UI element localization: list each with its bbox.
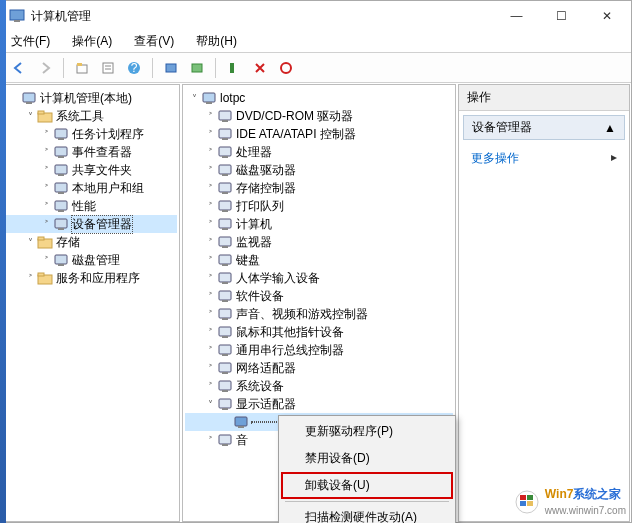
device-category[interactable]: ˃鼠标和其他指针设备 xyxy=(185,323,453,341)
device-category[interactable]: ˃通用串行总线控制器 xyxy=(185,341,453,359)
expand-icon[interactable]: ˃ xyxy=(39,129,53,140)
expand-icon[interactable]: ˅ xyxy=(203,399,217,410)
expand-icon[interactable]: ˃ xyxy=(203,129,217,140)
device-category[interactable]: ˃打印队列 xyxy=(185,197,453,215)
disable-button[interactable] xyxy=(248,56,272,80)
device-category[interactable]: ˃计算机 xyxy=(185,215,453,233)
svg-rect-0 xyxy=(10,10,24,20)
device-icon xyxy=(217,252,233,268)
device-category[interactable]: ˃监视器 xyxy=(185,233,453,251)
expand-icon[interactable]: ˃ xyxy=(203,237,217,248)
svg-rect-62 xyxy=(222,336,228,338)
device-category[interactable]: ˃人体学输入设备 xyxy=(185,269,453,287)
expand-icon[interactable]: ˃ xyxy=(203,327,217,338)
close-button[interactable]: ✕ xyxy=(584,2,629,30)
expand-icon[interactable]: ˃ xyxy=(39,219,53,230)
expand-icon[interactable]: ˃ xyxy=(203,147,217,158)
device-category[interactable]: ˃网络适配器 xyxy=(185,359,453,377)
expand-icon[interactable]: ˃ xyxy=(203,255,217,266)
expand-icon[interactable]: ˃ xyxy=(23,273,37,284)
device-category[interactable]: ˃DVD/CD-ROM 驱动器 xyxy=(185,107,453,125)
tree-item[interactable]: ˃本地用户和组 xyxy=(5,179,177,197)
svg-rect-35 xyxy=(203,93,215,102)
expand-icon[interactable]: ˃ xyxy=(203,435,217,446)
expand-icon[interactable]: ˃ xyxy=(203,165,217,176)
device-icon xyxy=(217,108,233,124)
properties-button[interactable] xyxy=(96,56,120,80)
actions-accordion[interactable]: 设备管理器 ▲ xyxy=(463,115,625,140)
device-category[interactable]: ˃磁盘驱动器 xyxy=(185,161,453,179)
svg-rect-24 xyxy=(58,192,64,194)
device-category[interactable]: ˃IDE ATA/ATAPI 控制器 xyxy=(185,125,453,143)
expand-icon[interactable]: ˃ xyxy=(39,183,53,194)
expand-icon[interactable]: ˃ xyxy=(203,309,217,320)
scan-button[interactable] xyxy=(159,56,183,80)
svg-rect-53 xyxy=(219,255,231,264)
tree-group[interactable]: ˅系统工具 xyxy=(5,107,177,125)
device-category[interactable]: ˃处理器 xyxy=(185,143,453,161)
svg-rect-27 xyxy=(55,219,67,228)
svg-rect-14 xyxy=(26,102,32,104)
context-menu-item[interactable]: 扫描检测硬件改动(A) xyxy=(281,504,453,523)
expand-icon[interactable]: ˃ xyxy=(39,201,53,212)
left-tree[interactable]: 计算机管理(本地)˅系统工具˃任务计划程序˃事件查看器˃共享文件夹˃本地用户和组… xyxy=(3,85,179,291)
menu-view[interactable]: 查看(V) xyxy=(130,31,178,52)
expand-icon[interactable]: ˃ xyxy=(39,147,53,158)
expand-icon[interactable]: ˃ xyxy=(203,345,217,356)
device-root[interactable]: ˅lotpc xyxy=(185,89,453,107)
menu-action[interactable]: 操作(A) xyxy=(68,31,116,52)
more-actions-link[interactable]: 更多操作 ▸ xyxy=(459,144,629,173)
expand-icon[interactable]: ˅ xyxy=(23,111,37,122)
expand-icon[interactable]: ˃ xyxy=(39,165,53,176)
expand-icon[interactable]: ˃ xyxy=(203,291,217,302)
device-category[interactable]: ˃键盘 xyxy=(185,251,453,269)
device-category[interactable]: ˃软件设备 xyxy=(185,287,453,305)
svg-rect-64 xyxy=(222,354,228,356)
expand-icon[interactable]: ˃ xyxy=(203,219,217,230)
tree-item[interactable]: ˃磁盘管理 xyxy=(5,251,177,269)
expand-icon[interactable]: ˅ xyxy=(187,93,201,104)
device-tree[interactable]: ˅lotpc˃DVD/CD-ROM 驱动器˃IDE ATA/ATAPI 控制器˃… xyxy=(183,85,455,453)
maximize-button[interactable]: ☐ xyxy=(539,2,584,30)
context-menu-item[interactable]: 卸载设备(U) xyxy=(281,472,453,499)
tree-root[interactable]: 计算机管理(本地) xyxy=(5,89,177,107)
menu-file[interactable]: 文件(F) xyxy=(7,31,54,52)
refresh-button[interactable] xyxy=(185,56,209,80)
expand-icon[interactable]: ˃ xyxy=(203,111,217,122)
svg-rect-49 xyxy=(219,219,231,228)
expand-icon[interactable]: ˃ xyxy=(39,255,53,266)
expand-icon[interactable]: ˅ xyxy=(23,237,37,248)
device-category[interactable]: ˅显示适配器 xyxy=(185,395,453,413)
device-category[interactable]: ˃存储控制器 xyxy=(185,179,453,197)
enable-button[interactable] xyxy=(222,56,246,80)
tree-item[interactable]: ˃事件查看器 xyxy=(5,143,177,161)
svg-rect-67 xyxy=(219,381,231,390)
expand-icon[interactable]: ˃ xyxy=(203,183,217,194)
minimize-button[interactable]: — xyxy=(494,2,539,30)
expand-icon[interactable]: ˃ xyxy=(203,201,217,212)
tree-item[interactable]: ˃任务计划程序 xyxy=(5,125,177,143)
device-category[interactable]: ˃系统设备 xyxy=(185,377,453,395)
tree-item[interactable]: ˃性能 xyxy=(5,197,177,215)
help-button[interactable]: ? xyxy=(122,56,146,80)
svg-rect-45 xyxy=(219,183,231,192)
device-icon xyxy=(217,216,233,232)
device-category[interactable]: ˃声音、视频和游戏控制器 xyxy=(185,305,453,323)
up-button[interactable] xyxy=(70,56,94,80)
expand-icon[interactable]: ˃ xyxy=(203,381,217,392)
tree-group[interactable]: ˃服务和应用程序 xyxy=(5,269,177,287)
expand-icon[interactable]: ˃ xyxy=(203,273,217,284)
titlebar[interactable]: 计算机管理 — ☐ ✕ xyxy=(1,1,631,31)
context-menu-item[interactable]: 禁用设备(D) xyxy=(281,445,453,472)
expand-icon[interactable]: ˃ xyxy=(203,363,217,374)
tree-item[interactable]: ˃共享文件夹 xyxy=(5,161,177,179)
context-menu-item[interactable]: 更新驱动程序(P) xyxy=(281,418,453,445)
tree-item[interactable]: ˃设备管理器 xyxy=(5,215,177,233)
svg-rect-78 xyxy=(520,501,526,506)
svg-rect-76 xyxy=(520,495,526,500)
menu-help[interactable]: 帮助(H) xyxy=(192,31,241,52)
uninstall-button[interactable] xyxy=(274,56,298,80)
forward-button[interactable] xyxy=(33,56,57,80)
back-button[interactable] xyxy=(7,56,31,80)
tree-group[interactable]: ˅存储 xyxy=(5,233,177,251)
